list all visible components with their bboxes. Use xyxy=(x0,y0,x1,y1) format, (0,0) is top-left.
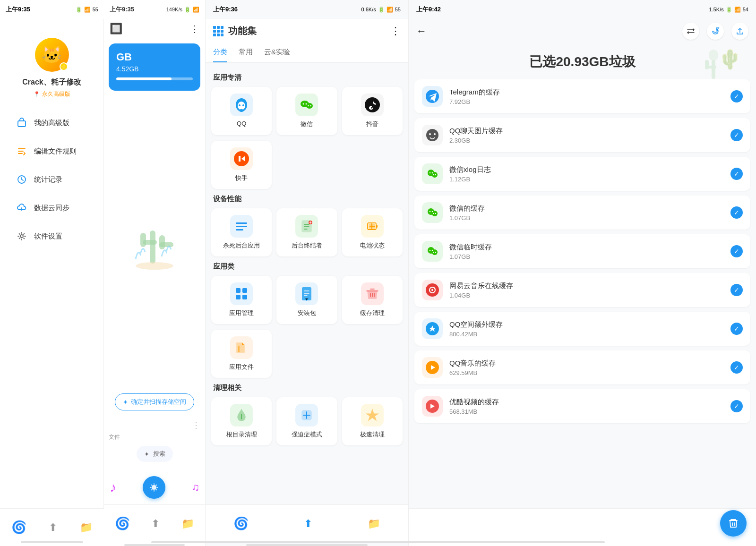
refresh-icon-btn[interactable] xyxy=(707,23,724,40)
func-douyin[interactable]: 抖音 xyxy=(342,87,403,135)
qq-chat-check[interactable]: ✓ xyxy=(730,129,743,141)
app-files-grid: 应用文件 xyxy=(211,330,403,378)
p2-carousel-icon[interactable]: 🔲 xyxy=(110,23,122,35)
svg-point-13 xyxy=(242,104,244,106)
junk-item-telegram[interactable]: Telegram的缓存 7.92GB ✓ xyxy=(414,79,750,113)
p2-bottom-nav: 🌀 ⬆ 📁 xyxy=(104,504,205,542)
swap-icon-btn[interactable] xyxy=(682,23,699,40)
func-root-clean[interactable]: 根目录清理 xyxy=(211,397,272,445)
func-fast-clean[interactable]: 极速清理 xyxy=(342,397,403,445)
p1-nav-folder[interactable]: 📁 xyxy=(80,521,93,534)
func-app-files[interactable]: 应用文件 xyxy=(211,330,272,378)
p2-nav-up[interactable]: ⬆ xyxy=(151,518,160,530)
user-avatar-container: 🐱 ⭐ xyxy=(35,38,69,72)
youku-check[interactable]: ✓ xyxy=(730,400,743,412)
qq-chat-name: QQ聊天图片缓存 xyxy=(449,127,724,136)
tab-common[interactable]: 常用 xyxy=(239,43,253,62)
junk-item-wechat-cache[interactable]: 微信的缓存 1.07GB ✓ xyxy=(414,196,750,230)
sidebar-item-cloud[interactable]: 数据云同步 xyxy=(8,195,96,221)
features-panel: 上午9:36 0.6K/s 🔋📶55 功能集 ⋮ 分类 常用 云&实验 应用专清 xyxy=(206,0,409,546)
junk-item-netease[interactable]: 网易云音乐在线缓存 1.04GB ✓ xyxy=(414,273,750,307)
svg-rect-23 xyxy=(236,222,247,224)
p1-nav-fan[interactable]: 🌀 xyxy=(11,520,26,535)
p2-more-icon[interactable]: ⋮ xyxy=(190,23,199,34)
p2-nav-folder[interactable]: 📁 xyxy=(181,518,194,530)
svg-rect-7 xyxy=(159,235,165,249)
section-app-clean: 应用专清 xyxy=(213,73,401,82)
confirm-scan-btn[interactable]: ✦ 确定并扫描存储空间 xyxy=(115,393,194,410)
clean-fab[interactable] xyxy=(720,510,747,537)
youku-size: 568.31MB xyxy=(449,408,724,415)
app-files-icon xyxy=(230,336,253,359)
svg-rect-30 xyxy=(376,225,378,228)
func-apk[interactable]: 安装包 xyxy=(276,276,337,324)
qqmusic-size: 629.59MB xyxy=(449,369,724,376)
p1-status-time: 上午9:35 xyxy=(6,5,30,14)
svg-point-56 xyxy=(433,213,434,214)
func-battery[interactable]: 电池状态 xyxy=(342,208,403,256)
apps-grid: 应用管理 安装包 缓存清理 xyxy=(211,276,403,324)
func-kill-bg[interactable]: 杀死后台应用 xyxy=(211,208,272,256)
p3-nav-up[interactable]: ⬆ xyxy=(304,518,312,530)
qqzone-check[interactable]: ✓ xyxy=(730,323,743,335)
svg-rect-39 xyxy=(712,60,715,79)
root-clean-label: 根目录清理 xyxy=(226,430,257,439)
p3-nav-folder[interactable]: 📁 xyxy=(368,518,380,530)
search-bar[interactable]: ✦ 搜索 xyxy=(137,446,173,462)
junk-item-qqmusic[interactable]: QQ音乐的缓存 629.59MB ✓ xyxy=(414,350,750,384)
search-label: 搜索 xyxy=(153,450,165,458)
junk-item-qqzone[interactable]: QQ空间额外缓存 800.42MB ✓ xyxy=(414,312,750,346)
fast-clean-label: 极速清理 xyxy=(360,430,385,439)
youku-icon xyxy=(422,396,443,417)
func-ocd-mode[interactable]: 强迫症模式 xyxy=(276,397,337,445)
tab-category[interactable]: 分类 xyxy=(213,43,227,62)
light-fab[interactable] xyxy=(143,476,165,499)
sidebar-panel: 上午9:35 🔋📶55 🐱 ⭐ Crack、耗子修改 永久高级版 我的高级版 xyxy=(0,0,104,546)
func-app-mgr[interactable]: 应用管理 xyxy=(211,276,272,324)
svg-point-21 xyxy=(365,97,380,112)
ocd-mode-label: 强迫症模式 xyxy=(292,430,322,439)
sidebar-item-rules[interactable]: 编辑文件规则 xyxy=(8,138,96,164)
kuaishou-icon xyxy=(230,147,253,170)
qqmusic-check[interactable]: ✓ xyxy=(730,361,743,374)
svg-point-49 xyxy=(432,172,433,174)
back-button[interactable]: ← xyxy=(416,25,427,37)
func-wechat[interactable]: 微信 xyxy=(276,87,337,135)
junk-item-qq-chat[interactable]: QQ聊天图片缓存 2.30GB ✓ xyxy=(414,118,750,152)
wechat-cache-check[interactable]: ✓ xyxy=(730,206,743,219)
p2-nav-fan[interactable]: 🌀 xyxy=(115,516,130,531)
kuaishou-label: 快手 xyxy=(235,174,248,182)
sidebar-item-settings[interactable]: 软件设置 xyxy=(8,223,96,249)
junk-item-wechat-temp[interactable]: 微信临时缓存 1.07GB ✓ xyxy=(414,234,750,268)
p3-title-area: 功能集 xyxy=(213,25,257,37)
settings-label: 软件设置 xyxy=(34,232,62,241)
tab-cloud[interactable]: 云&实验 xyxy=(264,43,290,62)
junk-item-youku[interactable]: 优酷视频的缓存 568.31MB ✓ xyxy=(414,389,750,423)
junk-item-wechat-xlog[interactable]: 微信xlog日志 1.12GB ✓ xyxy=(414,157,750,191)
apk-label: 安装包 xyxy=(298,309,316,317)
upload-icon-btn[interactable] xyxy=(731,23,748,40)
p3-nav-fan[interactable]: 🌀 xyxy=(233,516,249,531)
svg-rect-32 xyxy=(242,288,247,293)
telegram-check[interactable]: ✓ xyxy=(730,90,743,102)
sidebar-item-premium[interactable]: 我的高级版 xyxy=(8,110,96,136)
storage-progress xyxy=(116,77,193,80)
p2-more-dots[interactable]: ⋮ xyxy=(192,420,200,430)
func-bg-killer[interactable]: 后台终结者 xyxy=(276,208,337,256)
func-qq[interactable]: QQ xyxy=(211,87,272,135)
wechat-label: 微信 xyxy=(301,120,313,128)
func-kuaishou[interactable]: 快手 xyxy=(211,141,272,189)
p1-nav-up[interactable]: ⬆ xyxy=(49,521,57,534)
p3-more-btn[interactable]: ⋮ xyxy=(390,25,401,37)
func-cache-clean[interactable]: 缓存清理 xyxy=(342,276,403,324)
wechat-xlog-check[interactable]: ✓ xyxy=(730,168,743,180)
wechat-temp-check[interactable]: ✓ xyxy=(730,245,743,257)
qq-chat-size: 2.30GB xyxy=(449,137,724,144)
svg-rect-25 xyxy=(236,229,243,230)
bg-killer-label: 后台终结者 xyxy=(292,241,322,250)
netease-check[interactable]: ✓ xyxy=(730,284,743,296)
svg-point-12 xyxy=(239,104,241,106)
p3-tabs: 分类 常用 云&实验 xyxy=(206,43,408,63)
premium-label: 我的高级版 xyxy=(34,119,69,128)
sidebar-item-stats[interactable]: 统计记录 xyxy=(8,166,96,193)
